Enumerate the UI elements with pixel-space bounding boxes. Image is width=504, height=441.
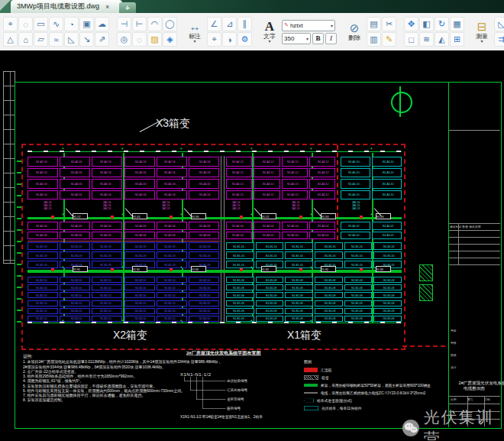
edge-tick bbox=[17, 229, 21, 231]
pv-string-block: N1-B1-08 ← bbox=[226, 284, 254, 290]
pv-string-block: N1-B2-10 ← bbox=[157, 277, 187, 283]
pv-string-block: N1-B1-08 ← bbox=[285, 316, 313, 322]
pv-string-block: N1-B2-10 ← bbox=[27, 300, 58, 306]
close-tab-icon[interactable]: × bbox=[105, 3, 109, 11]
document-tab[interactable]: 3MWp项目电缆敷设图.dwg × bbox=[11, 0, 122, 13]
branch-marker: * bbox=[250, 147, 253, 152]
pv-string-block: N1-B2-18 ← bbox=[27, 261, 58, 268]
parallelogram-tool-icon[interactable]: ▱ bbox=[34, 32, 48, 47]
pv-string-block: →N1-A2-06 bbox=[60, 222, 90, 230]
red-marker bbox=[360, 268, 363, 271]
branch-marker: * bbox=[180, 212, 183, 218]
text-button[interactable]: A 文字 ▾ bbox=[260, 16, 279, 48]
ribbon-group-text: A 文字 ▾ ✎ hztxt ▾ 350 ▾ B I bbox=[257, 13, 340, 50]
pv-string-block: N1-B2-10 ← bbox=[157, 284, 187, 290]
grid-line-h bbox=[449, 237, 500, 238]
pv-string-block: N1-B1-08 ← bbox=[285, 284, 313, 290]
point-tool-icon[interactable]: ⌖ bbox=[3, 17, 18, 31]
pv-string-block: →N1-A2-12 bbox=[309, 190, 335, 200]
edge-tick bbox=[17, 161, 21, 162]
hatch-tool-icon[interactable]: ▨ bbox=[147, 32, 162, 47]
red-marker bbox=[51, 216, 54, 219]
string-label-stack: 2A2-162A2-152A2-13 bbox=[292, 201, 309, 210]
wave-tool-icon[interactable]: ≈ bbox=[49, 32, 63, 47]
pv-string-block: N1-A2-12 ← bbox=[282, 190, 308, 200]
region-tool-icon[interactable]: ▣ bbox=[79, 17, 94, 31]
text-height-select[interactable]: 350 ▾ bbox=[282, 33, 311, 44]
new-tab-button[interactable]: + bbox=[119, 2, 136, 13]
text-style-select[interactable]: ✎ hztxt ▾ bbox=[282, 20, 335, 31]
cable-route-dashed-v bbox=[337, 145, 338, 240]
wipeout-tool-icon[interactable]: ≋ bbox=[419, 32, 434, 47]
measure-button[interactable]: ⊟ 测量 ▾ bbox=[472, 16, 492, 48]
cut-tool-icon[interactable]: ✂ bbox=[382, 17, 396, 31]
polygon-tool-icon[interactable]: ⌂ bbox=[18, 32, 33, 47]
pv-string-block: N1-A2-12 ← bbox=[226, 157, 252, 167]
pv-string-block: N1-B1-08 ← bbox=[344, 308, 373, 314]
pv-string-block: →N1-A2-12 bbox=[254, 190, 279, 200]
pv-string-block: →N1-A2-16 bbox=[60, 157, 90, 167]
pv-string-block: N1-B1-16 ← bbox=[344, 251, 373, 259]
dimension-button[interactable]: ↔ 标注 ▾ bbox=[185, 16, 205, 48]
pv-string-block: →N1-A2-12 bbox=[254, 179, 279, 189]
gradient-tool-icon[interactable]: ◈ bbox=[163, 32, 177, 47]
pv-string-block: N1-B1-08 ← bbox=[344, 316, 373, 322]
move-tool-icon[interactable]: ✥ bbox=[404, 17, 418, 31]
pv-string-block: →N1-B2-10 bbox=[189, 277, 219, 283]
area-measure-tool-icon[interactable]: ◺ bbox=[494, 17, 504, 31]
ellipse-tool-icon[interactable]: ◯ bbox=[163, 17, 177, 31]
boundary-tool-icon[interactable]: □ bbox=[404, 32, 418, 47]
dimension-settings-icon[interactable]: ⚙ bbox=[237, 32, 252, 47]
pv-string-block: N1-B2-10 ← bbox=[27, 277, 58, 283]
revcloud-tool-icon[interactable]: ◌ bbox=[18, 17, 33, 31]
trim-tool-icon[interactable]: ⊣ bbox=[117, 17, 131, 31]
spline-tool-icon[interactable]: ∿ bbox=[49, 17, 63, 31]
pv-string-block: N1-A2-04 ← bbox=[226, 222, 252, 230]
edge-tick bbox=[17, 206, 21, 208]
radius-dimension-tool-icon[interactable]: ◑ bbox=[222, 32, 237, 47]
pv-string-block: →N1-B2-18 bbox=[124, 251, 155, 259]
pv-string-block: N1-A2-06 ← bbox=[157, 232, 187, 240]
string-label-stack: 2A2-162A2-152A2-13 bbox=[44, 201, 61, 210]
angular-dimension-tool-icon[interactable]: ∠ bbox=[207, 17, 221, 31]
branch-marker: * bbox=[310, 147, 312, 152]
pv-string-block: N1-B2-10 ← bbox=[157, 308, 187, 314]
rectangle-tool-icon[interactable]: ▭ bbox=[34, 17, 48, 31]
erase-button[interactable]: ⊘ 删除 bbox=[344, 16, 364, 48]
mirror-tool-icon[interactable]: ◭ bbox=[435, 32, 449, 47]
dimension-icon: ↔ bbox=[189, 21, 201, 33]
rotate-tool-icon[interactable]: ↻ bbox=[435, 17, 449, 31]
offset-tool-icon[interactable]: ◎ bbox=[117, 32, 131, 47]
paste-tool-icon[interactable]: ▥ bbox=[367, 32, 381, 47]
export-image-tool-icon[interactable]: ⇉ bbox=[494, 32, 504, 47]
baseline-dimension-tool-icon[interactable]: ∥ bbox=[237, 17, 252, 31]
branch-marker: * bbox=[121, 319, 124, 324]
red-marker bbox=[170, 216, 173, 219]
break-tool-icon[interactable]: ◌ bbox=[132, 32, 147, 47]
pv-string-block: N1-B1-08 ← bbox=[285, 300, 313, 306]
wechat-icon bbox=[402, 418, 420, 438]
ruler-icon: ⊟ bbox=[477, 21, 487, 33]
grid-line-h bbox=[449, 404, 500, 404]
copy-tool-icon[interactable]: ▤ bbox=[367, 17, 381, 31]
array-tool-icon[interactable]: ⊞ bbox=[450, 32, 464, 47]
italic-button[interactable]: I bbox=[325, 33, 337, 44]
aligned-dimension-tool-icon[interactable]: ⊿ bbox=[222, 17, 237, 31]
cloud-tool-icon[interactable]: ☁ bbox=[95, 17, 109, 31]
pv-string-block: N1-A2-06 ← bbox=[92, 232, 122, 240]
fillet-tool-icon[interactable]: ◠ bbox=[147, 17, 162, 31]
ordinate-dimension-tool-icon[interactable]: ⌖ bbox=[207, 32, 221, 47]
stretch-tool-icon[interactable]: ◧ bbox=[419, 17, 434, 31]
xline-tool-icon[interactable]: ⇗ bbox=[95, 32, 109, 47]
line-tool-icon[interactable]: ↘ bbox=[79, 32, 94, 47]
pv-string-block: →N1-B2-10 bbox=[189, 316, 219, 322]
arc-tool-icon[interactable]: ◔ bbox=[64, 17, 79, 31]
pv-string-block: N1-A2-16 ← bbox=[92, 157, 122, 167]
wedge-tool-icon[interactable]: ◺ bbox=[64, 32, 79, 47]
viewport-tool-icon[interactable]: ▦ bbox=[450, 17, 464, 31]
triangle-tool-icon[interactable]: △ bbox=[3, 32, 18, 47]
drawing-canvas[interactable]: 说明: 1. 本项目2#厂房屋顶电站总装机容量3.0113MWp，组件共计102… bbox=[0, 50, 504, 441]
extend-tool-icon[interactable]: ⊢ bbox=[132, 17, 147, 31]
match-properties-tool-icon[interactable]: ✎ bbox=[382, 32, 396, 47]
bold-button[interactable]: B bbox=[312, 33, 324, 44]
